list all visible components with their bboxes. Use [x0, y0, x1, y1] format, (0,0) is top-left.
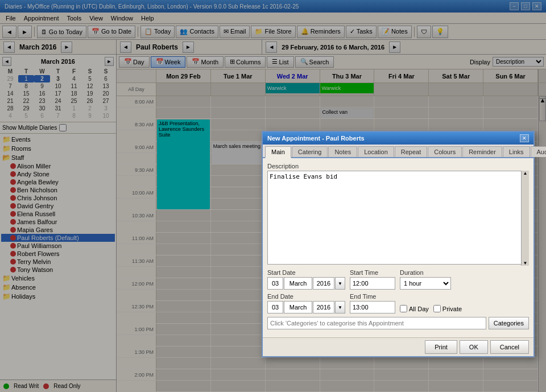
mini-cal-day[interactable]: 14	[2, 90, 18, 97]
mini-cal-day[interactable]: 9	[82, 112, 98, 119]
mini-cal-day[interactable]: 18	[66, 90, 82, 97]
ok-btn[interactable]: OK	[460, 340, 488, 354]
month-prev[interactable]: ◄	[3, 42, 15, 53]
time-cell[interactable]	[211, 324, 266, 335]
cancel-btn[interactable]: Cancel	[490, 340, 529, 354]
allday-cell-tue[interactable]	[211, 83, 266, 96]
notes-btn[interactable]: 📝 Notes	[378, 26, 412, 38]
allday-cell-sat[interactable]	[429, 83, 483, 96]
goto-today-btn[interactable]: 🗓 Go to Today	[37, 26, 86, 38]
time-cell[interactable]	[320, 358, 375, 369]
allday-checkbox[interactable]	[400, 305, 407, 312]
time-cell[interactable]: J&B Presentation, Lawrence Saunders Suit…	[156, 119, 211, 130]
allday-event-warwick-thu[interactable]: Warwick	[320, 83, 374, 93]
time-cell[interactable]: March sales meeting	[211, 142, 266, 152]
time-cell[interactable]	[211, 312, 266, 323]
tree-holidays[interactable]: 📁 Holidays	[1, 292, 115, 301]
tree-person-paul-roberts[interactable]: Paul Roberts (Default)	[1, 234, 115, 242]
time-cell[interactable]	[374, 381, 429, 391]
tab-reminder[interactable]: Reminder	[462, 146, 502, 157]
tab-main[interactable]: Main	[265, 146, 291, 158]
tree-person-james[interactable]: James Balfour	[1, 218, 115, 226]
end-date-day[interactable]	[267, 301, 283, 313]
mini-cal-day[interactable]: 22	[18, 97, 34, 105]
tree-person-angela[interactable]: Angela Bewley	[1, 178, 115, 186]
mini-cal-day[interactable]: 19	[82, 90, 98, 97]
mini-cal-day[interactable]: 6	[34, 112, 50, 119]
mini-cal-day[interactable]: 9	[34, 82, 50, 90]
mini-cal-day[interactable]: 16	[34, 90, 50, 97]
view-month-btn[interactable]: 📅 Month	[187, 56, 224, 68]
menu-help[interactable]: Help	[138, 14, 158, 22]
time-cell[interactable]	[429, 96, 483, 107]
tree-person-ben[interactable]: Ben Nicholson	[1, 186, 115, 194]
mini-cal-day[interactable]: 15	[18, 90, 34, 97]
start-date-year[interactable]	[313, 277, 334, 290]
display-select[interactable]: Description	[493, 57, 544, 67]
end-time-input[interactable]	[350, 301, 395, 313]
time-cell[interactable]	[266, 358, 320, 369]
mini-cal-day[interactable]: 10	[50, 82, 66, 90]
categories-btn[interactable]: Categories	[489, 317, 529, 329]
time-cell[interactable]	[211, 199, 266, 209]
tab-links[interactable]: Links	[503, 146, 530, 157]
tree-person-paul-w[interactable]: Paul Williamson	[1, 242, 115, 250]
time-cell[interactable]	[429, 381, 483, 391]
allday-cell-fri[interactable]	[374, 83, 429, 96]
view-week-btn[interactable]: 📅 Week	[151, 56, 186, 68]
tree-person-terry[interactable]: Terry Melvin	[1, 258, 115, 266]
tree-events[interactable]: 📁 Events	[1, 135, 115, 144]
time-cell[interactable]	[211, 119, 266, 130]
time-cell[interactable]	[211, 290, 266, 300]
time-cell[interactable]	[483, 108, 538, 118]
time-cell[interactable]	[156, 210, 211, 221]
mini-cal-day[interactable]: 4	[66, 75, 82, 82]
end-date-year[interactable]	[313, 301, 334, 313]
print-btn[interactable]: Print	[425, 340, 457, 354]
time-cell[interactable]	[211, 358, 266, 369]
time-cell[interactable]	[483, 119, 538, 130]
tree-person-andy[interactable]: Andy Stone	[1, 170, 115, 178]
time-cell[interactable]	[156, 244, 211, 255]
date-prev[interactable]: ◄	[266, 42, 277, 53]
time-cell[interactable]	[211, 96, 266, 107]
mini-cal-next[interactable]: ►	[105, 57, 114, 66]
back-btn[interactable]: ◄	[2, 26, 16, 38]
time-cell[interactable]	[211, 176, 266, 187]
mini-cal-day[interactable]: 23	[34, 97, 50, 105]
goto-date-btn[interactable]: 📅 Go to Date	[88, 26, 135, 38]
time-cell[interactable]	[156, 346, 211, 357]
time-cell[interactable]	[429, 108, 483, 118]
time-cell[interactable]	[266, 381, 320, 391]
start-time-input[interactable]	[350, 277, 395, 290]
time-cell[interactable]	[374, 119, 429, 130]
scrollbar-top-btn[interactable]: ▲	[539, 96, 546, 98]
time-cell[interactable]	[156, 221, 211, 232]
month-next[interactable]: ►	[61, 42, 72, 53]
person-next[interactable]: ►	[183, 42, 194, 53]
end-date-picker[interactable]: ▼	[335, 301, 345, 313]
time-cell[interactable]	[211, 221, 266, 232]
time-cell[interactable]	[211, 108, 266, 118]
start-date-picker[interactable]: ▼	[335, 277, 345, 290]
bulb-btn[interactable]: 💡	[432, 26, 448, 38]
view-columns-btn[interactable]: ⊞ Columns	[225, 56, 266, 68]
time-cell[interactable]	[156, 96, 211, 107]
time-cell[interactable]	[320, 381, 375, 391]
tab-catering[interactable]: Catering	[292, 146, 328, 157]
mini-cal-day[interactable]: 7	[50, 112, 66, 119]
tab-colours[interactable]: Colours	[428, 146, 462, 157]
mini-cal-day[interactable]: 25	[66, 97, 82, 105]
email-btn[interactable]: ✉ Email	[220, 26, 250, 38]
menu-window[interactable]: Window	[107, 14, 136, 22]
mini-cal-day[interactable]: 13	[98, 82, 114, 90]
time-cell[interactable]	[156, 233, 211, 244]
contacts-btn[interactable]: 👥 Contacts	[176, 26, 218, 38]
mini-cal-day[interactable]: 6	[98, 75, 114, 82]
time-cell[interactable]	[156, 369, 211, 380]
time-cell[interactable]	[211, 346, 266, 357]
time-cell[interactable]	[156, 290, 211, 300]
time-cell[interactable]	[156, 278, 211, 289]
mini-cal-day[interactable]: 29	[2, 75, 18, 82]
time-cell[interactable]	[156, 301, 211, 312]
